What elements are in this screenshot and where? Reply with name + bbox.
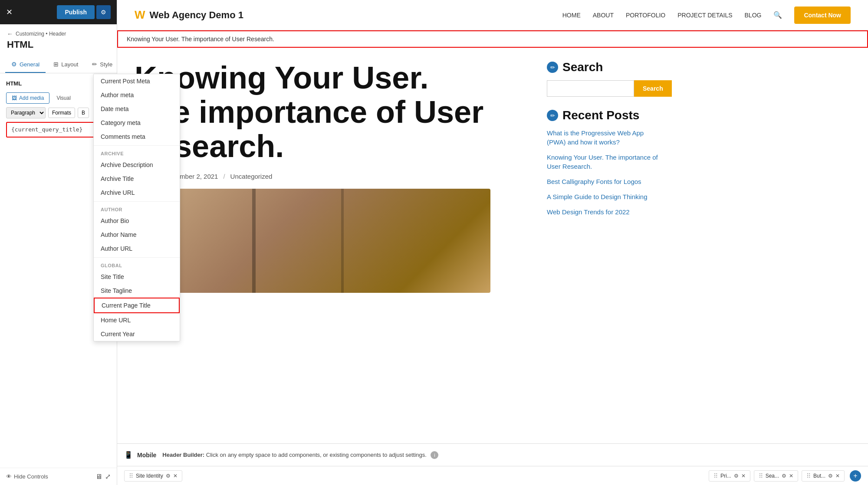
nav-link-project-details[interactable]: PROJECT DETAILS: [677, 12, 732, 19]
add-media-button[interactable]: 🖼 Add media: [6, 92, 49, 104]
nav-search-icon[interactable]: 🔍: [773, 11, 782, 19]
dropdown-item-author-name[interactable]: Author Name: [94, 228, 180, 242]
recent-post-3[interactable]: A Simple Guide to Design Thinking: [547, 192, 660, 201]
nav-links: HOME ABOUT PORTOFOLIO PROJECT DETAILS BL…: [562, 7, 851, 24]
search-section-title: Search: [562, 61, 603, 74]
panel-tabs: ⚙ General ⊞ Layout ✏ Style: [0, 56, 117, 73]
chip-primary-close-icon[interactable]: ✕: [741, 473, 746, 479]
dropdown-item-current-page-title[interactable]: Current Page Title: [94, 298, 180, 313]
visual-button[interactable]: Visual: [53, 93, 74, 103]
article-meta: admin / November 2, 2021 / Uncategorized: [135, 173, 490, 180]
desktop-view-button[interactable]: 🖥: [95, 472, 102, 481]
chip-search-label: Sea...: [766, 473, 779, 479]
image-bar-1: [252, 189, 256, 293]
main-content: W Web Agency Demo 1 HOME ABOUT PORTOFOLI…: [117, 0, 868, 485]
nav-link-home[interactable]: HOME: [562, 12, 581, 19]
info-icon: i: [431, 451, 438, 459]
chip-primary-label: Pri...: [720, 473, 731, 479]
view-icons: 🖥 ⤢: [95, 472, 111, 481]
tab-layout[interactable]: ⊞ Layout: [47, 56, 84, 73]
image-icon: 🖼: [12, 95, 17, 101]
nav-link-blog[interactable]: BLOG: [745, 12, 762, 19]
chip-primary-gear-icon[interactable]: ⚙: [734, 473, 739, 479]
article-image: [135, 189, 490, 293]
eye-icon: 👁: [6, 473, 12, 480]
chip-primary[interactable]: ⠿ Pri... ⚙ ✕: [709, 470, 750, 482]
panel-breadcrumb: ← Customizing • Header: [0, 24, 117, 37]
chip-button[interactable]: ⠿ But... ⚙ ✕: [802, 470, 845, 482]
dropdown-item-archive-title[interactable]: Archive Title: [94, 172, 180, 186]
logo-w-icon: W: [135, 8, 145, 22]
recent-posts-pencil-icon: ✏: [547, 110, 558, 121]
dropdown-item-comments-meta[interactable]: Comments meta: [94, 130, 180, 144]
builder-header-desc: Click on any empty space to add componen…: [206, 452, 427, 458]
dropdown-item-home-url[interactable]: Home URL: [94, 313, 180, 327]
formats-button[interactable]: Formats: [48, 108, 75, 118]
style-icon: ✏: [92, 61, 97, 68]
recent-posts-header: ✏ Recent Posts: [547, 109, 660, 122]
panel-close-button[interactable]: ✕: [6, 7, 13, 17]
bottom-chips-bar: ⠿ Site Identity ⚙ ✕ ⠿ Pri... ⚙ ✕ ⠿ Sea..…: [117, 466, 868, 485]
site-preview: W Web Agency Demo 1 HOME ABOUT PORTOFOLI…: [117, 0, 868, 443]
mobile-label: Mobile: [137, 452, 156, 459]
paragraph-select[interactable]: Paragraph: [6, 107, 46, 118]
dropdown-item-archive-description[interactable]: Archive Description: [94, 158, 180, 172]
article-sidebar: ✏ Search Search ✏ Recent Posts: [534, 61, 673, 293]
logo-text: Web Agency Demo 1: [150, 10, 243, 21]
dropdown-item-author-meta[interactable]: Author meta: [94, 88, 180, 102]
search-input[interactable]: [547, 80, 634, 97]
add-chip-button[interactable]: +: [850, 470, 861, 482]
chip-search-gear-icon[interactable]: ⚙: [782, 473, 786, 479]
nav-link-portfolio[interactable]: PORTOFOLIO: [626, 12, 665, 19]
chip-identity-gear-icon[interactable]: ⚙: [166, 473, 171, 479]
chip-identity-label: Site Identity: [136, 473, 163, 479]
recent-post-2[interactable]: Best Calligraphy Fonts for Logos: [547, 177, 660, 186]
publish-button[interactable]: Publish: [57, 5, 95, 19]
builder-info: Header Builder: Click on any empty space…: [162, 451, 861, 459]
breadcrumb-back-button[interactable]: ←: [7, 30, 13, 37]
tab-style[interactable]: ✏ Style: [86, 56, 118, 73]
chip-search[interactable]: ⠿ Sea... ⚙ ✕: [754, 470, 798, 482]
dropdown-menu: Current Post Meta Author meta Date meta …: [93, 74, 180, 341]
search-submit-button[interactable]: Search: [634, 80, 672, 97]
sidebar-recent-posts: ✏ Recent Posts What is the Progressive W…: [547, 109, 660, 216]
chip-identity[interactable]: ⠿ Site Identity ⚙ ✕: [124, 470, 182, 482]
publish-settings-button[interactable]: ⚙: [96, 5, 111, 19]
panel-section-title: HTML: [0, 37, 117, 56]
gear-icon: ⚙: [11, 61, 17, 68]
dropdown-item-category-meta[interactable]: Category meta: [94, 116, 180, 130]
site-logo: W Web Agency Demo 1: [135, 8, 243, 22]
dropdown-item-author-bio[interactable]: Author Bio: [94, 214, 180, 228]
dropdown-item-site-tagline[interactable]: Site Tagline: [94, 284, 180, 298]
hide-controls-button[interactable]: 👁 Hide Controls: [6, 473, 48, 480]
contact-now-button[interactable]: Contact Now: [794, 7, 851, 24]
article-main: Knowing Your User. The importance of Use…: [135, 61, 490, 293]
recent-post-4[interactable]: Web Design Trends for 2022: [547, 207, 660, 216]
dropdown-item-author-url[interactable]: Author URL: [94, 242, 180, 256]
tab-general[interactable]: ⚙ General: [5, 56, 46, 73]
search-row: Search: [547, 80, 660, 97]
image-bar-2: [341, 189, 344, 293]
chip-button-close-icon[interactable]: ✕: [835, 473, 840, 479]
dropdown-item-archive-url[interactable]: Archive URL: [94, 186, 180, 200]
dropdown-section-author: AUTHOR: [94, 203, 180, 214]
chip-button-gear-icon[interactable]: ⚙: [828, 473, 833, 479]
search-pencil-icon: ✏: [547, 62, 558, 73]
chip-search-close-icon[interactable]: ✕: [789, 473, 793, 479]
dropdown-item-site-title[interactable]: Site Title: [94, 270, 180, 284]
layout-icon: ⊞: [53, 61, 59, 68]
dropdown-section-archive: ARCHIVE: [94, 147, 180, 158]
bold-button[interactable]: B: [78, 108, 89, 118]
chip-button-dots-icon: ⠿: [806, 472, 811, 479]
dropdown-item-current-post-meta[interactable]: Current Post Meta: [94, 74, 180, 88]
dropdown-item-current-year[interactable]: Current Year: [94, 327, 180, 341]
breadcrumb-content: Knowing Your User. The importance of Use…: [127, 36, 274, 43]
recent-post-1[interactable]: Knowing Your User. The importance of Use…: [547, 153, 660, 171]
chip-primary-dots-icon: ⠿: [713, 472, 718, 479]
recent-post-0[interactable]: What is the Progressive Web App (PWA) an…: [547, 128, 660, 147]
dropdown-item-date-meta[interactable]: Date meta: [94, 102, 180, 116]
expand-view-button[interactable]: ⤢: [105, 472, 111, 481]
chip-identity-close-icon[interactable]: ✕: [173, 473, 178, 479]
builder-bar: 📱 Mobile Header Builder: Click on any em…: [117, 443, 868, 466]
nav-link-about[interactable]: ABOUT: [593, 12, 614, 19]
